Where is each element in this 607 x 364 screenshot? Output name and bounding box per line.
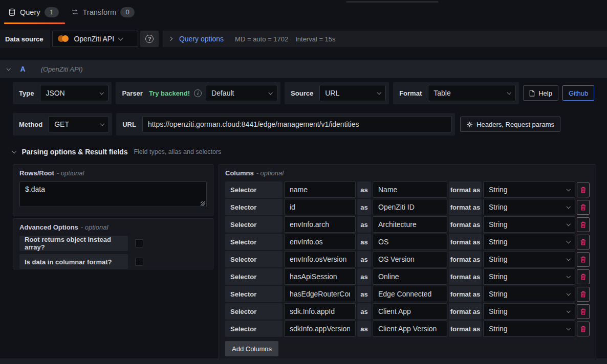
column-alias-input[interactable] bbox=[373, 286, 447, 302]
chevron-down-icon bbox=[566, 222, 570, 226]
gear-icon bbox=[466, 121, 473, 128]
help-button-label: Help bbox=[538, 89, 552, 97]
column-selector-input[interactable] bbox=[284, 251, 356, 267]
github-button-label: Github bbox=[569, 89, 588, 97]
column-format-select[interactable]: String bbox=[483, 286, 575, 302]
column-format-select[interactable]: String bbox=[483, 234, 575, 250]
parsing-section-subtitle: Field types, alias and selectors bbox=[134, 148, 221, 155]
as-label: as bbox=[357, 251, 371, 267]
delete-column-button[interactable] bbox=[577, 252, 590, 267]
column-alias-input[interactable] bbox=[373, 234, 447, 250]
method-label: Method bbox=[16, 121, 45, 128]
tab-transform[interactable]: Transform 0 bbox=[66, 0, 142, 24]
column-selector-input[interactable] bbox=[284, 216, 356, 233]
datasource-row: Data source OpenZiti API ? Query options… bbox=[0, 30, 607, 48]
trash-icon bbox=[580, 221, 586, 228]
columnar-format-checkbox[interactable] bbox=[135, 258, 143, 266]
delete-column-button[interactable] bbox=[577, 183, 590, 197]
help-button[interactable]: Help bbox=[523, 85, 558, 101]
column-alias-input[interactable] bbox=[373, 303, 447, 320]
interval-stat: Interval = 15s bbox=[295, 35, 335, 43]
columns-panel: Columns - optional Selector as format as… bbox=[219, 164, 596, 361]
column-format-value: String bbox=[489, 272, 508, 281]
delete-column-button[interactable] bbox=[577, 322, 590, 336]
column-format-select[interactable]: String bbox=[483, 181, 575, 198]
trash-icon bbox=[580, 274, 586, 280]
url-input[interactable] bbox=[142, 116, 452, 132]
delete-column-button[interactable] bbox=[577, 217, 590, 232]
column-row: Selector as format as String bbox=[225, 268, 590, 285]
delete-column-button[interactable] bbox=[577, 235, 590, 249]
as-label: as bbox=[357, 286, 371, 302]
advanced-options-optional: - optional bbox=[81, 223, 108, 231]
editor-row-top: Type JSON Parser Try backend! i Default … bbox=[13, 82, 594, 104]
column-selector-input[interactable] bbox=[284, 268, 356, 285]
column-format-select[interactable]: String bbox=[483, 321, 575, 337]
column-format-select[interactable]: String bbox=[483, 303, 575, 320]
tab-transform-label: Transform bbox=[83, 8, 117, 16]
document-icon bbox=[529, 90, 535, 97]
column-alias-input[interactable] bbox=[373, 321, 447, 337]
source-select[interactable]: URL bbox=[319, 85, 386, 101]
root-object-checkbox[interactable] bbox=[135, 239, 143, 247]
column-alias-input[interactable] bbox=[373, 181, 447, 198]
columns-label: Columns bbox=[225, 169, 254, 177]
delete-column-button[interactable] bbox=[577, 304, 590, 319]
column-alias-input[interactable] bbox=[373, 268, 447, 285]
selector-label: Selector bbox=[225, 268, 283, 285]
method-value: GET bbox=[54, 120, 69, 128]
query-row-header[interactable]: A (OpenZiti API) bbox=[0, 60, 607, 78]
delete-column-button[interactable] bbox=[577, 269, 590, 284]
column-selector-input[interactable] bbox=[284, 199, 356, 215]
tab-query[interactable]: Query 1 bbox=[3, 0, 66, 24]
headers-params-button[interactable]: Headers, Request params bbox=[460, 117, 560, 132]
trash-icon bbox=[580, 239, 586, 245]
format-select[interactable]: Table bbox=[428, 85, 516, 101]
column-selector-input[interactable] bbox=[284, 234, 356, 250]
column-row: Selector as format as String bbox=[225, 181, 590, 198]
datasource-name: OpenZiti API bbox=[74, 35, 114, 43]
column-selector-input[interactable] bbox=[284, 181, 356, 198]
format-value: Table bbox=[433, 89, 450, 97]
chevron-down-icon bbox=[566, 274, 570, 278]
column-alias-input[interactable] bbox=[373, 216, 447, 233]
method-select[interactable]: GET bbox=[49, 116, 109, 132]
column-format-select[interactable]: String bbox=[483, 251, 575, 267]
as-label: as bbox=[357, 268, 371, 285]
column-format-select[interactable]: String bbox=[483, 199, 575, 215]
query-options-bar[interactable]: Query options MD = auto = 1702 Interval … bbox=[163, 31, 607, 47]
as-label: as bbox=[357, 181, 371, 198]
delete-column-button[interactable] bbox=[577, 287, 590, 302]
editor-tabbar: Query 1 Transform 0 bbox=[0, 0, 607, 24]
column-format-value: String bbox=[489, 203, 508, 211]
delete-column-button[interactable] bbox=[577, 200, 590, 215]
type-field-group: Type JSON bbox=[13, 82, 112, 104]
github-button[interactable]: Github bbox=[562, 85, 594, 101]
query-datasource-hint: (OpenZiti API) bbox=[41, 65, 83, 73]
datasource-help-button[interactable]: ? bbox=[140, 31, 159, 47]
parser-select[interactable]: Default bbox=[206, 85, 277, 101]
format-as-label: format as bbox=[449, 181, 482, 198]
parsing-section-header[interactable]: Parsing options & Result fields Field ty… bbox=[13, 147, 594, 157]
column-alias-input[interactable] bbox=[373, 199, 447, 215]
type-select[interactable]: JSON bbox=[40, 85, 109, 101]
column-selector-input[interactable] bbox=[284, 321, 356, 337]
resize-grip-icon[interactable] bbox=[201, 201, 205, 206]
column-selector-input[interactable] bbox=[284, 286, 356, 302]
trash-icon bbox=[580, 187, 586, 193]
try-backend-hint[interactable]: Try backend! bbox=[149, 89, 190, 97]
advanced-options-panel: Advanced Options - optional Root returns… bbox=[13, 218, 213, 269]
datasource-picker[interactable]: OpenZiti API bbox=[52, 31, 138, 47]
rows-root-textarea[interactable]: $.data bbox=[19, 181, 207, 207]
parser-value: Default bbox=[211, 89, 234, 97]
column-format-select[interactable]: String bbox=[483, 216, 575, 233]
chevron-down-icon bbox=[118, 36, 123, 41]
add-columns-button[interactable]: Add Columns bbox=[225, 341, 278, 356]
column-alias-input[interactable] bbox=[373, 251, 447, 267]
rows-root-optional: - optional bbox=[57, 169, 84, 177]
trash-icon bbox=[580, 308, 586, 315]
url-field-group: URL bbox=[116, 113, 455, 135]
column-format-select[interactable]: String bbox=[483, 268, 575, 285]
column-selector-input[interactable] bbox=[284, 303, 356, 320]
column-format-value: String bbox=[489, 307, 508, 315]
